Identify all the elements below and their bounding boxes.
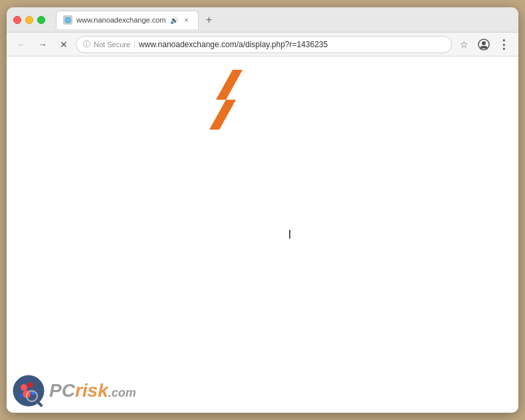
close-button[interactable] (13, 16, 21, 24)
svg-marker-3 (209, 70, 243, 130)
menu-button[interactable]: ⋮ (494, 35, 513, 54)
address-bar[interactable]: ⓘ Not Secure | www.nanoadexchange.com/a/… (76, 36, 452, 53)
not-secure-label: Not Secure (94, 41, 130, 49)
page-content: I PC risk .com (7, 56, 518, 413)
browser-window: 🌐 www.nanoadexchange.com 🔊 × + ← → ✕ ⓘ N… (7, 7, 518, 413)
svg-point-9 (19, 393, 23, 397)
security-icon: ⓘ (83, 39, 90, 49)
tab-area: 🌐 www.nanoadexchange.com 🔊 × + (56, 11, 512, 29)
arrow-svg (199, 66, 266, 133)
watermark-risk-text: risk (75, 380, 108, 401)
nav-actions: ☆ ⋮ (455, 35, 513, 54)
forward-button[interactable]: → (33, 35, 52, 54)
profile-button[interactable] (474, 35, 493, 54)
svg-point-1 (482, 41, 486, 45)
profile-icon (478, 39, 490, 51)
tab-title: www.nanoadexchange.com (76, 16, 166, 24)
url-text: www.nanoadexchange.com/a/display.php?r=1… (139, 40, 445, 49)
watermark-brand: PC risk .com (49, 380, 136, 401)
bookmark-button[interactable]: ☆ (455, 35, 473, 54)
arrow-annotation (199, 66, 266, 136)
traffic-lights (13, 16, 45, 24)
active-tab[interactable]: 🌐 www.nanoadexchange.com 🔊 × (56, 11, 199, 29)
tab-close-button[interactable]: × (182, 15, 191, 25)
svg-point-5 (21, 384, 27, 391)
minimize-button[interactable] (25, 16, 33, 24)
tab-favicon: 🌐 (63, 15, 72, 25)
watermark-dotcom-text: .com (108, 386, 136, 400)
svg-point-6 (28, 382, 33, 387)
maximize-button[interactable] (37, 16, 45, 24)
audio-icon[interactable]: 🔊 (170, 17, 178, 24)
back-button[interactable]: ← (12, 35, 31, 54)
watermark-logo-icon (12, 374, 45, 407)
watermark-pc-text: PC (49, 380, 75, 401)
watermark: PC risk .com (12, 374, 136, 407)
nav-bar: ← → ✕ ⓘ Not Secure | www.nanoadexchange.… (7, 33, 518, 56)
reload-button[interactable]: ✕ (54, 35, 73, 54)
text-cursor: I (288, 228, 291, 242)
separator: | (134, 41, 136, 49)
new-tab-button[interactable]: + (201, 12, 217, 28)
title-bar: 🌐 www.nanoadexchange.com 🔊 × + (7, 7, 518, 33)
